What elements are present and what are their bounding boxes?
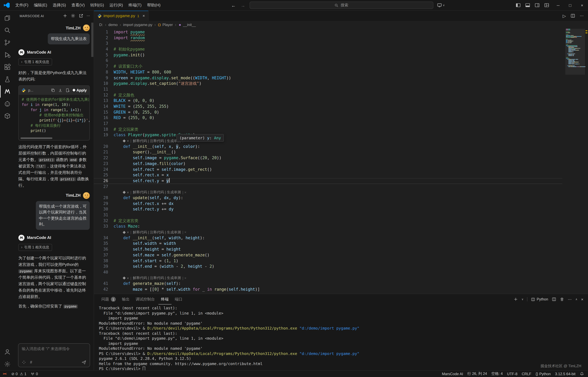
open-in-editor-icon[interactable] xyxy=(79,13,83,18)
terminal-instance[interactable]: Python xyxy=(531,297,548,301)
search-sidebar-icon[interactable] xyxy=(0,24,14,36)
ai-robot-icon[interactable] xyxy=(0,98,14,110)
code-line[interactable]: 3 xyxy=(94,41,562,47)
code-line[interactable]: 39 self.end = (width - 2, height - 2) xyxy=(94,264,562,270)
code-line[interactable]: 22 self.image = pygame.Surface((20, 20)) xyxy=(94,155,562,161)
breadcrumb-drive[interactable]: D: xyxy=(99,23,103,27)
cursor-position[interactable]: 行 26, 列 24 xyxy=(465,371,489,377)
split-terminal-icon[interactable] xyxy=(552,297,556,301)
code-line[interactable]: 11 xyxy=(94,87,562,92)
chat-code-lines[interactable]: # 使用两个嵌套的for循环来生成九九乘法表for i in range(1, … xyxy=(19,95,89,140)
language-mode[interactable]: Python xyxy=(533,371,553,377)
code-line[interactable]: 24 self.rect = self.image.get_rect() xyxy=(94,167,562,172)
code-line[interactable]: 35 self.width = width xyxy=(94,241,562,247)
run-python-file-icon[interactable]: ▷ xyxy=(563,13,566,18)
new-terminal-icon[interactable] xyxy=(514,297,518,301)
apply-button[interactable]: Apply xyxy=(73,88,87,92)
code-line[interactable]: 16RED = (255, 0, 0) xyxy=(94,115,562,121)
code-line[interactable]: 19class Player(pygame.sprite.Sprite): xyxy=(94,132,562,138)
chat-input[interactable]: 输入消息或者 "/" 来选择指令 # xyxy=(18,343,90,367)
marscode-ai-icon[interactable] xyxy=(0,85,14,98)
breadcrumb-file[interactable]: import pygame.py xyxy=(123,23,152,27)
code-line[interactable]: 18# 定义玩家类 xyxy=(94,127,562,132)
code-line[interactable]: 34 def __init__(self, width, height): xyxy=(94,235,562,241)
notifications-bell-icon[interactable] xyxy=(577,371,586,377)
tab-debug-console[interactable]: 调试控制台 xyxy=(133,294,158,305)
tab-ports[interactable]: 端口 xyxy=(172,294,185,305)
problems-status[interactable]: ⊘0 ⚠1 xyxy=(9,371,28,377)
toggle-primary-sidebar-icon[interactable] xyxy=(516,3,521,8)
ports-status[interactable]: 0 xyxy=(28,371,40,377)
code-horizontal-scrollbar[interactable] xyxy=(21,137,52,139)
code-line[interactable]: 4# 初始化pygame xyxy=(94,47,562,52)
customize-layout-icon[interactable] xyxy=(544,3,549,8)
breadcrumb-class[interactable]: Player xyxy=(158,23,173,27)
codelens-row[interactable]: ∨|解释代码 | 注释代码 | 生成单测 | × xyxy=(94,275,562,281)
code-line[interactable]: 10pygame.display.set_caption("迷宫游戏") xyxy=(94,81,562,86)
code-line[interactable]: 20 def __init__(self, x, y, color): xyxy=(94,144,562,149)
split-editor-icon[interactable] xyxy=(571,13,575,18)
toggle-panel-icon[interactable] xyxy=(525,3,530,8)
minimap[interactable] xyxy=(565,29,585,294)
menu-selection[interactable]: 选择(S) xyxy=(50,1,69,9)
menu-terminal[interactable]: 终端(T) xyxy=(126,1,144,9)
chat-settings-gear-icon[interactable] xyxy=(71,13,75,18)
remote-indicator[interactable] xyxy=(0,371,9,377)
source-control-icon[interactable] xyxy=(0,36,14,49)
reference-toggle[interactable]: › 引用 1 相关信息 xyxy=(18,244,52,251)
tab-import-pygame[interactable]: import pygame.py 1 × xyxy=(94,11,149,21)
code-line[interactable]: 5pygame.init() xyxy=(94,52,562,58)
window-minimize-button[interactable]: ─ xyxy=(552,0,564,11)
toggle-secondary-sidebar-icon[interactable] xyxy=(535,3,540,8)
remote-cube-icon[interactable] xyxy=(0,110,14,122)
code-line[interactable]: 40 xyxy=(94,270,562,275)
close-panel-icon[interactable]: × xyxy=(581,297,583,302)
new-file-icon[interactable] xyxy=(65,88,70,92)
context-hash-icon[interactable]: # xyxy=(30,360,32,365)
account-icon[interactable] xyxy=(0,346,14,358)
code-line[interactable]: 30 self.rect.y += dy xyxy=(94,207,562,212)
code-line[interactable]: 28 def update(self, dx, dy): xyxy=(94,195,562,201)
extensions-icon[interactable] xyxy=(0,61,14,73)
tab-problems[interactable]: 问题 1 xyxy=(99,294,119,305)
maximize-panel-icon[interactable]: ∧ xyxy=(576,298,577,301)
terminal-profile-chevron-icon[interactable]: ∨ xyxy=(522,298,524,301)
code-line[interactable]: 7# 设置窗口大小 xyxy=(94,64,562,69)
indentation[interactable]: 空格: 4 xyxy=(489,371,505,377)
search-command-center[interactable]: 搜索 xyxy=(250,1,433,9)
code-line[interactable]: 13BLACK = (0, 0, 0) xyxy=(94,98,562,104)
code-line[interactable]: 33class Maze: xyxy=(94,224,562,229)
skills-icon[interactable] xyxy=(22,360,26,365)
tab-terminal[interactable]: 终端 xyxy=(158,294,171,305)
editor-more-actions-icon[interactable]: ⋯ xyxy=(580,13,584,18)
code-line[interactable]: 38 self.start = (1, 1) xyxy=(94,258,562,264)
code-line[interactable]: 31 xyxy=(94,212,562,218)
window-maximize-button[interactable]: □ xyxy=(564,0,576,11)
code-line[interactable]: 12# 定义颜色 xyxy=(94,92,562,98)
code-line[interactable]: 25 self.rect.x = x xyxy=(94,172,562,178)
code-line[interactable]: 1import pygame xyxy=(94,29,562,35)
code-editor[interactable]: 1import pygame2import random34# 初始化pygam… xyxy=(94,29,588,294)
eol-sequence[interactable]: CRLF xyxy=(519,371,533,377)
settings-gear-icon[interactable] xyxy=(0,358,14,370)
sidebar-scrollbar[interactable] xyxy=(91,23,94,57)
code-line[interactable]: 17 xyxy=(94,121,562,127)
copy-code-icon[interactable] xyxy=(51,88,55,92)
menu-view[interactable]: 查看(V) xyxy=(69,1,87,9)
code-line[interactable]: 42 maze = [[0] * self.width for _ in ran… xyxy=(94,287,562,292)
menu-run[interactable]: 运行(R) xyxy=(107,1,126,9)
menu-go[interactable]: 转到(G) xyxy=(87,1,107,9)
new-chat-icon[interactable] xyxy=(63,13,67,18)
codelens-row[interactable]: ∨|解释代码 | 注释代码 | 生成单测 | × xyxy=(94,138,562,144)
tab-close-icon[interactable]: × xyxy=(143,13,145,18)
run-debug-icon[interactable] xyxy=(0,49,14,61)
tab-output[interactable]: 输出 xyxy=(119,294,132,305)
code-line[interactable]: 32# 定义迷宫类 xyxy=(94,218,562,224)
code-line[interactable]: 27 xyxy=(94,184,562,189)
kill-terminal-icon[interactable] xyxy=(560,297,564,301)
profile-dropdown[interactable]: ∨ xyxy=(437,3,445,8)
code-line[interactable]: 37 self.maze = self.generate_maze() xyxy=(94,252,562,258)
breadcrumb-folder[interactable]: demo xyxy=(108,23,118,27)
code-line[interactable]: 23 self.image.fill(color) xyxy=(94,161,562,166)
encoding[interactable]: UTF-8 xyxy=(505,371,519,377)
